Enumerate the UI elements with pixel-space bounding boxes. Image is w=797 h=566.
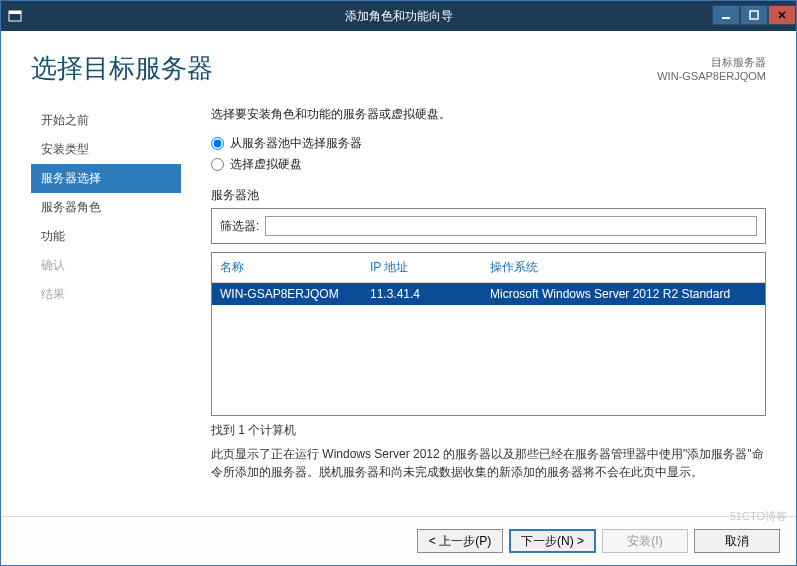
target-server-info: 目标服务器 WIN-GSAP8ERJQOM <box>657 51 766 86</box>
install-button: 安装(I) <box>602 529 688 553</box>
svg-rect-3 <box>750 11 758 19</box>
found-count: 找到 1 个计算机 <box>211 422 766 439</box>
radio-server-pool-input[interactable] <box>211 137 224 150</box>
server-pool-label: 服务器池 <box>211 187 766 204</box>
filter-input[interactable] <box>265 216 757 236</box>
table-row[interactable]: WIN-GSAP8ERJQOM 11.3.41.4 Microsoft Wind… <box>212 283 765 305</box>
window-controls <box>712 5 796 27</box>
table-body: WIN-GSAP8ERJQOM 11.3.41.4 Microsoft Wind… <box>212 283 765 415</box>
cell-ip: 11.3.41.4 <box>362 283 482 305</box>
close-button[interactable] <box>768 5 796 25</box>
step-server-selection[interactable]: 服务器选择 <box>31 164 181 193</box>
wizard-steps: 开始之前 安装类型 服务器选择 服务器角色 功能 确认 结果 <box>31 106 181 516</box>
cell-os: Microsoft Windows Server 2012 R2 Standar… <box>482 283 765 305</box>
radio-vhd-input[interactable] <box>211 158 224 171</box>
radio-vhd-label: 选择虚拟硬盘 <box>230 156 302 173</box>
radio-server-pool[interactable]: 从服务器池中选择服务器 <box>211 135 766 152</box>
col-name[interactable]: 名称 <box>212 253 362 282</box>
page-description: 此页显示了正在运行 Windows Server 2012 的服务器以及那些已经… <box>211 445 766 481</box>
titlebar[interactable]: 添加角色和功能向导 <box>1 1 796 31</box>
window-title: 添加角色和功能向导 <box>1 8 796 25</box>
radio-vhd[interactable]: 选择虚拟硬盘 <box>211 156 766 173</box>
cancel-button[interactable]: 取消 <box>694 529 780 553</box>
step-installation-type[interactable]: 安装类型 <box>31 135 181 164</box>
instruction-text: 选择要安装角色和功能的服务器或虚拟硬盘。 <box>211 106 766 123</box>
col-os[interactable]: 操作系统 <box>482 253 765 282</box>
step-before-you-begin[interactable]: 开始之前 <box>31 106 181 135</box>
wizard-window: 添加角色和功能向导 选择目标服务器 目标服务器 WIN-GSAP8ERJQOM … <box>0 0 797 566</box>
col-ip[interactable]: IP 地址 <box>362 253 482 282</box>
next-button[interactable]: 下一步(N) > <box>509 529 596 553</box>
main-panel: 选择要安装角色和功能的服务器或虚拟硬盘。 从服务器池中选择服务器 选择虚拟硬盘 … <box>211 106 766 516</box>
maximize-button[interactable] <box>740 5 768 25</box>
page-heading: 选择目标服务器 <box>31 51 213 86</box>
radio-server-pool-label: 从服务器池中选择服务器 <box>230 135 362 152</box>
cell-name: WIN-GSAP8ERJQOM <box>212 283 362 305</box>
filter-label: 筛选器: <box>220 218 259 235</box>
prev-button[interactable]: < 上一步(P) <box>417 529 503 553</box>
wizard-footer: < 上一步(P) 下一步(N) > 安装(I) 取消 <box>1 516 796 565</box>
server-table: 名称 IP 地址 操作系统 WIN-GSAP8ERJQOM 11.3.41.4 … <box>211 252 766 416</box>
minimize-button[interactable] <box>712 5 740 25</box>
step-confirmation: 确认 <box>31 251 181 280</box>
table-header: 名称 IP 地址 操作系统 <box>212 253 765 283</box>
step-server-roles[interactable]: 服务器角色 <box>31 193 181 222</box>
filter-box: 筛选器: <box>211 208 766 244</box>
step-results: 结果 <box>31 280 181 309</box>
target-label: 目标服务器 <box>657 55 766 70</box>
content-area: 开始之前 安装类型 服务器选择 服务器角色 功能 确认 结果 选择要安装角色和功… <box>1 106 796 516</box>
step-features[interactable]: 功能 <box>31 222 181 251</box>
header-area: 选择目标服务器 目标服务器 WIN-GSAP8ERJQOM <box>1 31 796 86</box>
wizard-body: 选择目标服务器 目标服务器 WIN-GSAP8ERJQOM 开始之前 安装类型 … <box>1 31 796 565</box>
target-name: WIN-GSAP8ERJQOM <box>657 70 766 82</box>
